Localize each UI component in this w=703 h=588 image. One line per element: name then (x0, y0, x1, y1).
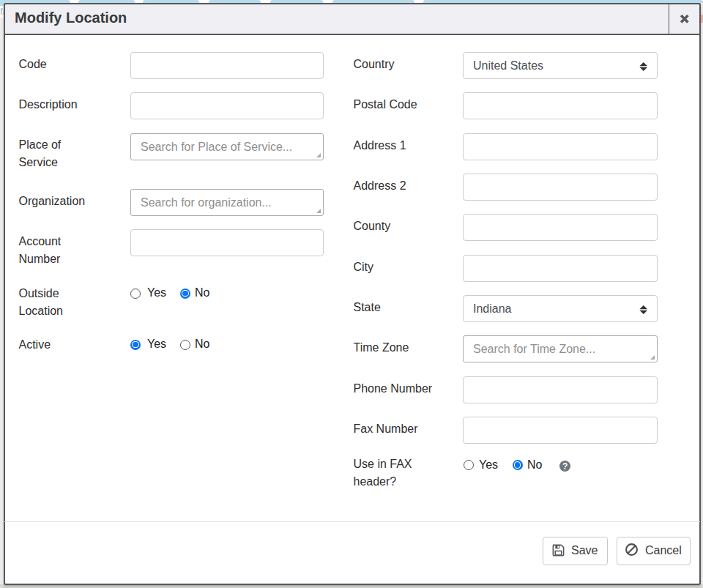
svg-text:?: ? (562, 461, 567, 471)
